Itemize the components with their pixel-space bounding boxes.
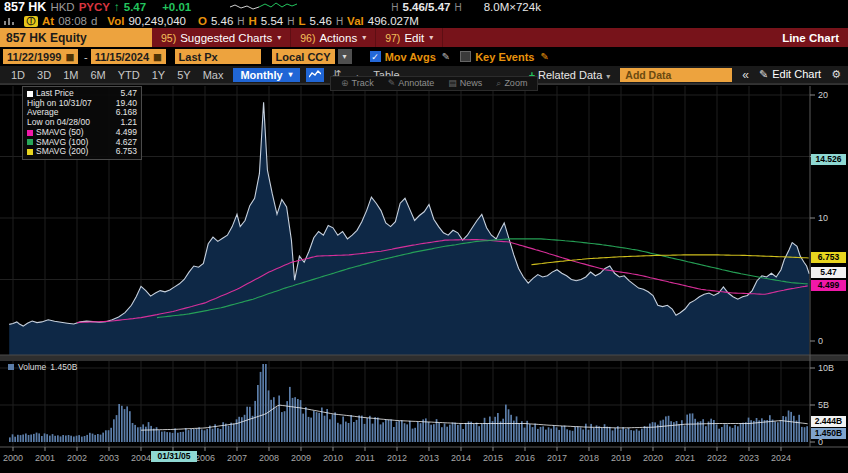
volume-bar	[489, 417, 491, 443]
date-from-field[interactable]: 11/22/1999▦	[3, 49, 78, 64]
range-button-6m[interactable]: 6M	[84, 69, 111, 81]
volume-bar	[745, 422, 747, 442]
val-label: Val	[347, 15, 364, 27]
chevron-down-icon: ▾	[362, 33, 366, 42]
volume-bar	[806, 426, 808, 442]
volume-bar	[620, 430, 622, 442]
volume-bar	[772, 420, 774, 443]
quote-bar: 857 HK HKD PYCY ↑5.47 +0.01 H5.46/5.47H …	[0, 0, 848, 28]
edit-chart-button[interactable]: ✎Edit Chart	[759, 68, 821, 81]
range-button-1y[interactable]: 1Y	[146, 69, 171, 81]
alert-icon[interactable]: ⓘ	[24, 16, 38, 27]
volume-bar	[540, 427, 542, 442]
volume-bar	[492, 421, 494, 442]
at-label: At	[42, 15, 54, 27]
range-button-5y[interactable]: 5Y	[171, 69, 196, 81]
volume-bar	[710, 419, 712, 442]
volume-bar	[729, 427, 731, 443]
volume-bar	[97, 434, 99, 442]
volume-bar	[558, 430, 560, 442]
volume-bar	[324, 416, 326, 442]
volume-bar	[446, 427, 448, 442]
range-button-1d[interactable]: 1D	[5, 69, 31, 81]
price-type-field[interactable]: Last Px	[175, 49, 261, 64]
volume-bar	[177, 433, 179, 442]
annotate-button[interactable]: ✎Annotate	[388, 78, 435, 89]
val-value: 496.027M	[368, 15, 419, 27]
range-button-3d[interactable]: 3D	[31, 69, 57, 81]
track-button[interactable]: ⊕Track	[341, 78, 374, 89]
volume-bar	[753, 421, 755, 442]
volume-bar	[606, 427, 608, 442]
currency-dropdown-icon[interactable]: ▾	[338, 49, 352, 64]
volume-bar	[428, 422, 430, 442]
collapse-icon[interactable]: «	[742, 68, 749, 82]
axis-tick-label: 10	[818, 213, 828, 223]
key-events-checkbox[interactable]	[460, 51, 471, 62]
volume-bar	[486, 423, 488, 442]
volume-bar	[500, 421, 502, 442]
menu-item-edit[interactable]: 97)Edit▾	[376, 28, 443, 47]
news-button[interactable]: ▤News	[448, 78, 482, 89]
volume-bar	[169, 432, 171, 442]
volume-bar	[25, 434, 27, 443]
low-label: L	[298, 15, 305, 27]
volume-bar	[134, 425, 136, 442]
range-button-max[interactable]: Max	[197, 69, 230, 81]
volume-bar	[678, 424, 680, 442]
volume-bar	[668, 416, 670, 442]
mov-avgs-edit-icon[interactable]: ✎	[442, 51, 450, 62]
volume-bar	[345, 422, 347, 442]
range-button-1m[interactable]: 1M	[57, 69, 84, 81]
volume-bar	[524, 428, 526, 442]
year-label: 2001	[35, 453, 55, 463]
volume-bar	[473, 424, 475, 442]
volume-bar	[548, 427, 550, 442]
volume-bar	[796, 421, 798, 443]
volume-bar	[9, 437, 11, 442]
currency-code: HKD	[50, 1, 74, 13]
volume-bar	[348, 423, 350, 442]
volume-bar	[625, 429, 627, 442]
volume-bar	[260, 372, 262, 442]
related-data-button[interactable]: +Related Data▾	[529, 69, 611, 81]
smavg50-badge: 4.499	[811, 280, 846, 291]
volume-bar	[372, 424, 374, 442]
range-button-ytd[interactable]: YTD	[112, 69, 146, 81]
add-data-input[interactable]: Add Data	[620, 68, 732, 82]
volume-bar	[510, 415, 512, 442]
ask-exchange: H	[454, 2, 461, 13]
security-field[interactable]: 857 HK Equity	[0, 28, 152, 47]
menu-item-actions[interactable]: 96)Actions▾	[291, 28, 376, 47]
zoom-button[interactable]: ⌕Zoom	[496, 78, 527, 89]
volume-bar	[252, 416, 254, 442]
key-events-edit-icon[interactable]: ✎	[540, 51, 548, 62]
volume-bar	[94, 435, 96, 442]
volume-bar	[193, 429, 195, 442]
volume-bar	[60, 436, 62, 442]
menu-item-suggested-charts[interactable]: 95)Suggested Charts▾	[152, 28, 291, 47]
currency-field[interactable]: Local CCY	[272, 49, 335, 64]
mov-avgs-checkbox[interactable]: ✓	[370, 51, 381, 62]
volume-bar	[409, 421, 411, 442]
high-exch: H	[287, 16, 294, 27]
volume-bar	[740, 423, 742, 442]
volume-bar	[484, 418, 486, 442]
volume-bar	[542, 426, 544, 442]
volume-bar	[89, 433, 91, 442]
year-label: 2014	[451, 453, 471, 463]
line-chart-type-button[interactable]	[306, 68, 324, 82]
legend-item: SMAVG (200)6.753	[27, 147, 137, 157]
volume-bar	[302, 414, 304, 442]
volume-bar	[612, 430, 614, 442]
period-dropdown[interactable]: Monthly▾	[233, 68, 299, 82]
volume-bar	[390, 420, 392, 443]
volume-bar	[788, 411, 790, 443]
gear-icon[interactable]: ⚙	[831, 68, 841, 81]
mini-bars-icon[interactable]	[4, 15, 16, 27]
volume-bar	[28, 435, 30, 442]
year-label: 2010	[323, 453, 343, 463]
volume-bar	[561, 426, 563, 442]
volume-bar	[758, 420, 760, 442]
date-to-field[interactable]: 11/15/2024▦	[91, 49, 166, 64]
